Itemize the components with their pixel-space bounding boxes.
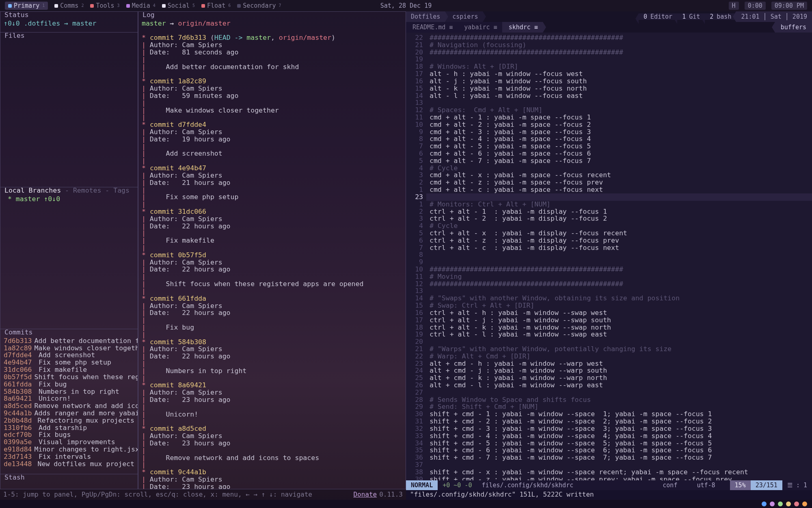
vim-encoding: utf-8 (692, 480, 720, 490)
panel-title: Stash (4, 474, 26, 481)
commit-row[interactable]: a8d5cedRemove network and add icons t (4, 402, 134, 410)
commit-row[interactable]: 0b57f5dShift focus when these registe (4, 373, 134, 381)
vim-diffstat: +0 ~0 -0 (438, 480, 477, 490)
commit-row[interactable]: 0399a5eVisual improvements (4, 439, 134, 446)
panel-title: Status (4, 11, 30, 19)
crumb-user[interactable]: cspiers (445, 11, 483, 22)
commit-row[interactable]: e918d84Minor changes to right.jsx (4, 446, 134, 453)
menubar-uptime: 0:00 (745, 2, 766, 10)
vim-tabline: Dotfiles cspiers 0 Editor1 Git2 bash 21:… (406, 11, 812, 22)
commit-row[interactable]: d7fdde4Add screenshot (4, 352, 134, 359)
tabline-clock: 21:01 │ Sat │ 2019 (736, 11, 812, 22)
vim-mode: NORMAL (406, 480, 438, 490)
panel-title: Commits (4, 329, 34, 336)
dock-dot-icon (794, 501, 799, 506)
git-branch-icon (682, 480, 692, 490)
apple-icon (720, 480, 730, 490)
commit-row[interactable]: 1310fb6Add starship (4, 424, 134, 432)
menubar-badge: H (729, 2, 739, 10)
vim-editor[interactable]: 2221201918171615141312111098765432123123… (406, 33, 812, 480)
vim-code[interactable]: ########################################… (426, 33, 812, 480)
workspace-social[interactable]: Social5 (162, 2, 195, 9)
workspace-dot-icon (126, 4, 130, 8)
commit-row[interactable]: edcf70bFix bugs (4, 431, 134, 439)
vim-gutter: 2221201918171615141312111098765432123123… (406, 33, 426, 480)
vim-bufferline: README.md ≡yabairc ≡skhdrc ≡ buffers (406, 22, 812, 33)
lazygit-status-panel[interactable]: Status ↑0↓0 .dotfiles → master (0, 11, 138, 33)
bufferline-label: buffers (775, 22, 812, 33)
commit-row[interactable]: 1a82c89Make windows closer together (4, 345, 134, 352)
panel-title: Files (4, 32, 26, 39)
tmux-window[interactable]: 2 bash (705, 13, 736, 20)
commit-row[interactable]: 23d7143Fix intervals (4, 453, 134, 460)
buffer-tab[interactable]: yabairc ≡ (458, 22, 502, 33)
workspace-dot-icon (237, 4, 241, 8)
workspace-dot-icon (8, 4, 12, 8)
vim-position: 23/151 (751, 480, 782, 490)
buffer-tab[interactable]: skhdrc ≡ (502, 22, 543, 33)
lazygit-pane[interactable]: Status ↑0↓0 .dotfiles → master Files Loc… (0, 11, 406, 500)
dock-dot-icon (786, 501, 791, 506)
commit-row[interactable]: 7d6b313Add better documentation for s (4, 337, 134, 345)
donate-link[interactable]: Donate (353, 491, 377, 498)
lazygit-log-panel[interactable]: Log master → origin/master * commit 7d6b… (138, 11, 406, 489)
workspace-media[interactable]: Media4 (126, 2, 155, 9)
vim-pane[interactable]: Dotfiles cspiers 0 Editor1 Git2 bash 21:… (406, 11, 812, 500)
dock-dot-icon (770, 501, 775, 506)
lazygit-version: 0.11.3 (379, 491, 403, 498)
lazygit-help-text: 1-5: jump to panel, PgUp/PgDn: scroll, e… (3, 491, 312, 498)
panel-title: Log (142, 11, 155, 19)
vim-cmdline: "files/.config/skhd/skhdrc" 151L, 5222C … (406, 490, 812, 500)
vim-filetype: conf (658, 480, 682, 490)
workspace-comms[interactable]: Comms2 (54, 2, 84, 9)
buffer-tab[interactable]: README.md ≡ (406, 22, 458, 33)
commit-row[interactable]: 31dc066Fix makefile (4, 366, 134, 373)
lazygit-help-bar: 1-5: jump to panel, PgUp/PgDn: scroll, e… (0, 489, 406, 500)
workspace-dot-icon (201, 4, 205, 8)
workspace-dot-icon (90, 4, 94, 8)
menubar-clock: 09:00 PM (771, 2, 807, 10)
dock-dot-icon (802, 501, 807, 506)
commit-row[interactable]: 584b308Numbers in top right (4, 388, 134, 395)
commit-row[interactable]: de13448New dotfiles mux project (4, 460, 134, 468)
tmux-window[interactable]: 1 Git (677, 13, 705, 20)
workspace-dot-icon (162, 4, 166, 8)
dock-dot-icon (762, 501, 767, 506)
vim-statusline: NORMAL +0 ~0 -0 files/.config/skhd/skhdr… (406, 480, 812, 490)
dock (0, 500, 812, 508)
menubar-date: Sat, 28 Dec 19 (380, 2, 432, 9)
commit-row[interactable]: 661fddaFix bug (4, 381, 134, 388)
commit-row[interactable]: 2b0b48dRefactoring mux projects (4, 417, 134, 424)
workspace-primary[interactable]: Primary1 (5, 2, 48, 10)
workspace: Status ↑0↓0 .dotfiles → master Files Loc… (0, 11, 812, 500)
workspace-dot-icon (54, 4, 58, 8)
commit-row[interactable]: 9c44a1bAdds ranger and more yabai (4, 410, 134, 417)
dock-dot-icon (778, 501, 783, 506)
lazygit-files-panel[interactable]: Files (0, 32, 138, 187)
lazygit-stash-panel[interactable]: Stash (0, 474, 138, 489)
menubar: Primary1 Comms2 Tools3 Media4 Social5 Fl… (0, 0, 812, 11)
workspace-secondary[interactable]: Secondary7 (237, 2, 281, 9)
workspace-tools[interactable]: Tools3 (90, 2, 119, 9)
commit-row[interactable]: 4e94b47Fix some php setup (4, 359, 134, 366)
commit-row[interactable]: 8a69421Unicorn! (4, 395, 134, 402)
lazygit-branches-panel[interactable]: Local Branches - Remotes - Tags * master… (0, 187, 138, 329)
crumb-project[interactable]: Dotfiles (406, 11, 445, 22)
vim-percent: 15% (730, 480, 751, 490)
workspace-float[interactable]: Float6 (201, 2, 231, 9)
lazygit-commits-panel[interactable]: Commits 7d6b313Add better documentation … (0, 329, 138, 474)
vim-column: ☰ : 1 (782, 480, 812, 490)
tmux-window[interactable]: 0 Editor (639, 13, 677, 20)
vim-filepath: files/.config/skhd/skhdrc (477, 480, 658, 490)
